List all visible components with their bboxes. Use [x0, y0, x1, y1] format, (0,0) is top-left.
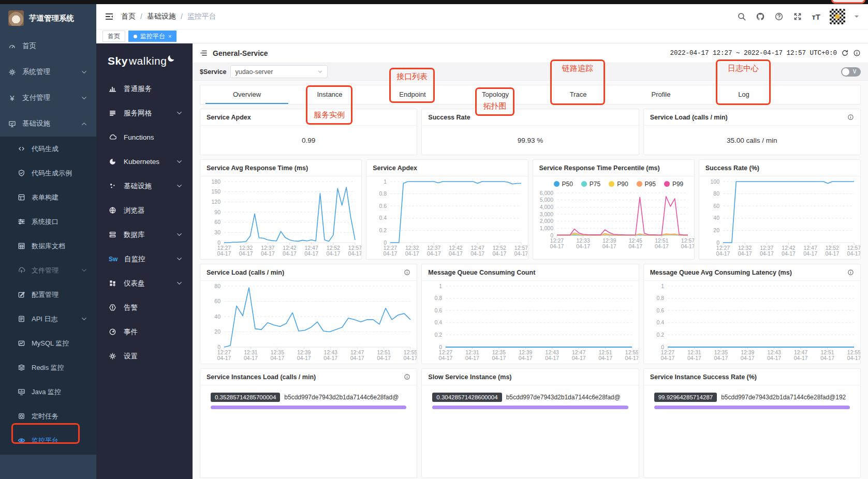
mq-count-chart: 00.20.40.60.8112:2704-1712:3104-1712:350…: [422, 281, 638, 364]
refresh-icon[interactable]: [841, 49, 849, 57]
sidebar-item-scheduled-jobs[interactable]: 定时任务: [0, 404, 96, 428]
sw-item-service-mesh[interactable]: 服务网格: [96, 101, 193, 125]
breadcrumb: 首页 / 基础设施 / 监控平台: [121, 12, 216, 21]
sidebar-item-payment[interactable]: ¥ 支付管理: [0, 85, 96, 111]
info-icon[interactable]: [847, 114, 854, 121]
svg-text:04-17: 04-17: [576, 243, 590, 249]
dashboard-icon: [8, 42, 16, 50]
svg-text:04-17: 04-17: [820, 355, 834, 361]
svg-text:04-17: 04-17: [654, 243, 668, 249]
svg-text:04-17: 04-17: [628, 243, 642, 249]
page-title: General-Service: [213, 49, 268, 57]
auto-refresh-toggle[interactable]: V: [841, 67, 861, 77]
instance-id[interactable]: b5cdd997de7943d2b1da7144c6e28fad@192: [721, 394, 850, 401]
sw-item-alerting[interactable]: 告警: [96, 295, 193, 320]
sidebar-item-system[interactable]: 系统管理: [0, 59, 96, 85]
svg-text:04-17: 04-17: [323, 355, 337, 361]
sw-item-settings[interactable]: 设置: [96, 344, 193, 368]
sw-item-database[interactable]: 数据库: [96, 222, 193, 247]
tag-monitor-platform[interactable]: 监控平台 ×: [128, 31, 176, 42]
github-icon[interactable]: [756, 12, 765, 21]
infrastructure-submenu: 代码生成 代码生成示例 表单构建 系统接口 数据库文档 文件管理 配置管理: [0, 137, 96, 455]
chevron-down-icon: [175, 279, 183, 287]
fullscreen-icon[interactable]: [793, 12, 802, 21]
svg-text:6,000: 6,000: [539, 190, 553, 196]
svg-text:1,000: 1,000: [539, 225, 553, 231]
card-success-rate-chart: Success Rate (%) 02040608010012:2704-171…: [699, 159, 861, 260]
instance-id[interactable]: b5cdd997de7943d2b1da7144c6e28fad@: [506, 394, 628, 401]
sidebar-item-api-log[interactable]: API 日志: [0, 307, 96, 331]
tab-profile[interactable]: Profile: [620, 85, 702, 104]
sidebar-item-form-builder[interactable]: 表单构建: [0, 185, 96, 209]
sidebar-item-codegen-demo[interactable]: 代码生成示例: [0, 161, 96, 185]
tab-endpoint[interactable]: Endpoint: [371, 85, 454, 104]
sidebar-item-codegen[interactable]: 代码生成: [0, 137, 96, 161]
close-tag-icon[interactable]: ×: [168, 33, 171, 39]
value-badge: 0.35285714285700004: [211, 393, 280, 402]
avatar-caret-icon[interactable]: [855, 16, 859, 20]
sw-item-dashboards[interactable]: 仪表盘: [96, 271, 193, 295]
collapse-sidebar-icon[interactable]: [96, 12, 121, 21]
font-size-icon[interactable]: ᴛT: [812, 12, 820, 21]
svg-text:0.6: 0.6: [435, 307, 443, 313]
search-icon[interactable]: [737, 12, 746, 21]
sw-item-infrastructure[interactable]: 基础设施: [96, 174, 193, 198]
skywalking-logo: Skywalking: [96, 43, 193, 77]
tab-topology[interactable]: Topology: [454, 85, 537, 104]
tab-trace[interactable]: Trace: [537, 85, 620, 104]
avatar[interactable]: [830, 9, 845, 24]
help-icon[interactable]: [774, 12, 784, 21]
info-icon[interactable]: [404, 373, 410, 380]
sidebar-item-file-manage[interactable]: 文件管理: [0, 258, 96, 282]
service-list-icon[interactable]: [200, 49, 208, 57]
sw-item-events[interactable]: 事件: [96, 320, 193, 344]
card-instance-success-rate: Service Instance Success Rate (%) 99.929…: [643, 368, 861, 478]
time-range-text[interactable]: 2022-04-17 12:27 ~ 2022-04-17 12:57 UTC+…: [670, 50, 837, 57]
sidebar-item-mysql-monitor[interactable]: MySQL 监控: [0, 331, 96, 355]
svg-text:04-17: 04-17: [297, 355, 311, 361]
sidebar-item-java-monitor[interactable]: Java 监控: [0, 380, 96, 404]
monitor-main: General-Service 2022-04-17 12:27 ~ 2022-…: [193, 43, 868, 479]
info-icon[interactable]: [404, 269, 410, 276]
header-actions: ᴛT: [737, 9, 868, 24]
sw-item-general-service[interactable]: 普通服务: [96, 77, 193, 101]
svg-text:04-17: 04-17: [572, 355, 586, 361]
mesh-layers-icon: [109, 109, 116, 117]
svg-text:04-17: 04-17: [767, 355, 781, 361]
breadcrumb-infrastructure[interactable]: 基础设施: [147, 12, 176, 21]
svg-text:04-17: 04-17: [261, 250, 275, 257]
sidebar-item-home[interactable]: 首页: [0, 33, 96, 59]
tag-home[interactable]: 首页: [102, 31, 125, 42]
card-service-load-chart: Service Load (calls / min) 02040608012:2…: [200, 264, 417, 364]
tab-instance[interactable]: Instance: [288, 85, 371, 104]
document-edit-icon: [18, 315, 25, 323]
sidebar-item-infrastructure[interactable]: 基础设施: [0, 111, 96, 137]
sidebar-item-monitor-platform[interactable]: 监控平台: [0, 428, 96, 453]
info-icon[interactable]: [847, 269, 854, 276]
svg-text:04-17: 04-17: [546, 355, 560, 361]
sidebar-item-system-api[interactable]: 系统接口: [0, 209, 96, 234]
info-icon[interactable]: [853, 49, 861, 57]
breadcrumb-home[interactable]: 首页: [121, 12, 136, 21]
sidebar-item-db-doc[interactable]: 数据库文档: [0, 234, 96, 258]
svg-text:04-17: 04-17: [377, 355, 391, 361]
sw-item-browser[interactable]: 浏览器: [96, 198, 193, 222]
card-avg-response-time: Service Avg Response Time (ms) 030609012…: [200, 159, 362, 260]
service-select[interactable]: yudao-server: [230, 65, 328, 78]
sidebar-item-config[interactable]: 配置管理: [0, 282, 96, 307]
sw-item-kubernetes[interactable]: Kubernetes: [96, 149, 193, 174]
dots-icon: [109, 182, 116, 190]
tab-overview[interactable]: Overview: [205, 85, 288, 104]
code-icon: [18, 145, 25, 153]
record-indicator-fragment: [831, 0, 865, 4]
instance-id[interactable]: b5cdd997de7943d2b1da7144c6e28fad@: [284, 394, 406, 401]
sw-logo-icon: Sw: [109, 256, 117, 263]
mq-latency-chart: 00.20.40.60.8112:2704-1712:3104-1712:350…: [644, 281, 860, 364]
chevron-down-icon: [175, 182, 183, 190]
svg-text:04-17: 04-17: [465, 355, 479, 361]
tab-log[interactable]: Log: [702, 85, 785, 104]
svg-text:04-17: 04-17: [404, 355, 417, 361]
sidebar-item-redis-monitor[interactable]: Redis 监控: [0, 355, 96, 380]
sw-item-functions[interactable]: Functions: [96, 125, 193, 149]
sw-item-self-observability[interactable]: Sw 自监控: [96, 247, 193, 271]
